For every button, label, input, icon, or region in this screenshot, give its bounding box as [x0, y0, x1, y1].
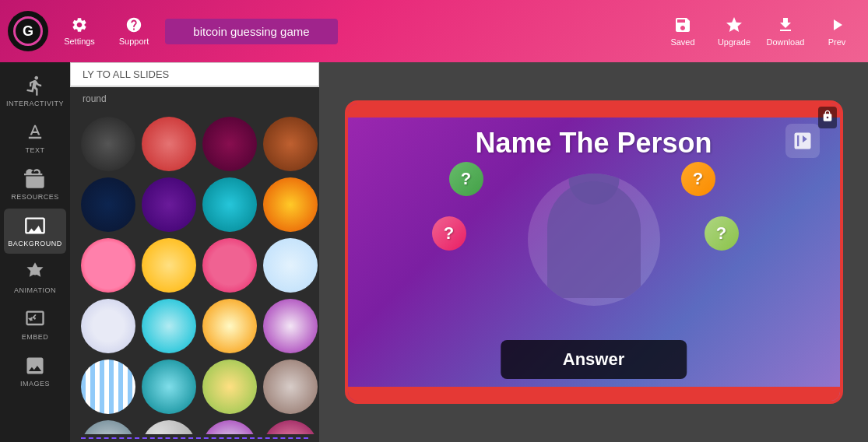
sidebar-item-interactivity[interactable]: INTERACTIVITY: [4, 68, 66, 114]
question-mark-3[interactable]: ?: [432, 216, 466, 251]
sidebar-label-interactivity: INTERACTIVITY: [6, 100, 64, 107]
apply-banner-text: LY TO ALL SLIDES: [83, 68, 169, 80]
bg-option-8[interactable]: [263, 177, 318, 232]
settings-button[interactable]: Settings: [56, 16, 103, 46]
saved-button[interactable]: Saved: [659, 16, 706, 47]
sidebar-item-resources[interactable]: RESOURCES: [4, 162, 66, 207]
bg-option-16[interactable]: [263, 299, 318, 353]
sidebar-label-animation: ANIMATION: [14, 286, 56, 294]
question-mark-1[interactable]: ?: [449, 162, 483, 196]
presentation-title-input[interactable]: [165, 19, 338, 44]
sidebar-label-resources: RESOURCES: [11, 193, 59, 201]
preview-label: Prev: [828, 37, 846, 47]
main-area: INTERACTIVITY TEXT RESOURCES BACKGROUND …: [0, 62, 868, 442]
topbar: G Settings Support Saved Upgrade Downloa…: [0, 0, 868, 62]
question-mark-4[interactable]: ?: [705, 216, 739, 251]
canvas-area: Name The Person ? ? ? ? Answer: [319, 62, 868, 442]
sidebar-label-text: TEXT: [25, 146, 44, 154]
sidebar-item-animation[interactable]: ANIMATION: [4, 255, 66, 300]
slide-red-top: [348, 103, 840, 118]
sidebar-label-background: BACKGROUND: [8, 240, 62, 247]
dashed-divider: [81, 437, 308, 439]
download-label: Download: [767, 37, 805, 47]
bg-option-14[interactable]: [142, 299, 196, 353]
bg-option-3[interactable]: [202, 117, 257, 171]
bg-option-1[interactable]: [81, 117, 135, 171]
sidebar-label-images: IMAGES: [20, 380, 50, 388]
logo[interactable]: G: [8, 11, 48, 51]
bg-option-21[interactable]: [81, 420, 135, 434]
sidebar-item-embed[interactable]: EMBED: [4, 302, 66, 347]
background-panel: LY TO ALL SLIDES round: [70, 62, 319, 442]
logo-letter: G: [13, 16, 43, 46]
bg-section-title: round: [70, 87, 319, 110]
bg-option-12[interactable]: [263, 238, 318, 293]
settings-label: Settings: [64, 37, 95, 46]
bg-option-7[interactable]: [202, 177, 257, 232]
bg-option-5[interactable]: [81, 177, 135, 232]
bg-option-2[interactable]: [142, 117, 196, 171]
bg-option-13[interactable]: [81, 299, 135, 353]
background-grid: [70, 110, 319, 434]
bg-option-17[interactable]: [81, 360, 135, 414]
bg-option-11[interactable]: [202, 238, 257, 293]
sidebar-item-background[interactable]: BACKGROUND: [4, 209, 66, 254]
avatar-body: [547, 181, 641, 298]
preview-button[interactable]: Prev: [814, 16, 860, 47]
answer-button[interactable]: Answer: [501, 340, 687, 379]
bg-option-15[interactable]: [202, 299, 257, 353]
sidebar-item-images[interactable]: IMAGES: [4, 349, 66, 394]
bg-option-6[interactable]: [142, 177, 196, 232]
bg-option-10[interactable]: [142, 238, 196, 293]
bg-option-24[interactable]: [263, 420, 318, 434]
bg-option-20[interactable]: [263, 360, 318, 414]
left-sidebar: INTERACTIVITY TEXT RESOURCES BACKGROUND …: [0, 62, 70, 442]
apply-all-slides-banner[interactable]: LY TO ALL SLIDES: [70, 62, 319, 87]
bg-option-22[interactable]: [142, 420, 196, 434]
slide-title: Name The Person: [348, 127, 840, 160]
download-button[interactable]: Download: [762, 16, 809, 47]
sidebar-label-embed: EMBED: [22, 333, 49, 341]
slide-canvas: Name The Person ? ? ? ? Answer: [345, 100, 843, 404]
saved-label: Saved: [670, 37, 694, 47]
avatar-circle: [528, 174, 660, 306]
presentation-icon: [785, 124, 820, 158]
support-label: Support: [119, 37, 149, 46]
slide-red-bottom: [348, 387, 840, 401]
bg-option-4[interactable]: [263, 117, 318, 171]
bg-option-23[interactable]: [202, 420, 257, 434]
support-button[interactable]: Support: [111, 16, 157, 46]
upgrade-label: Upgrade: [718, 37, 750, 47]
lock-icon[interactable]: [818, 107, 837, 128]
upgrade-button[interactable]: Upgrade: [711, 16, 757, 47]
question-mark-2[interactable]: ?: [681, 162, 715, 196]
sidebar-item-text[interactable]: TEXT: [4, 115, 66, 160]
bg-option-19[interactable]: [202, 360, 257, 414]
bg-option-9[interactable]: [81, 238, 135, 293]
bg-option-18[interactable]: [142, 360, 196, 414]
